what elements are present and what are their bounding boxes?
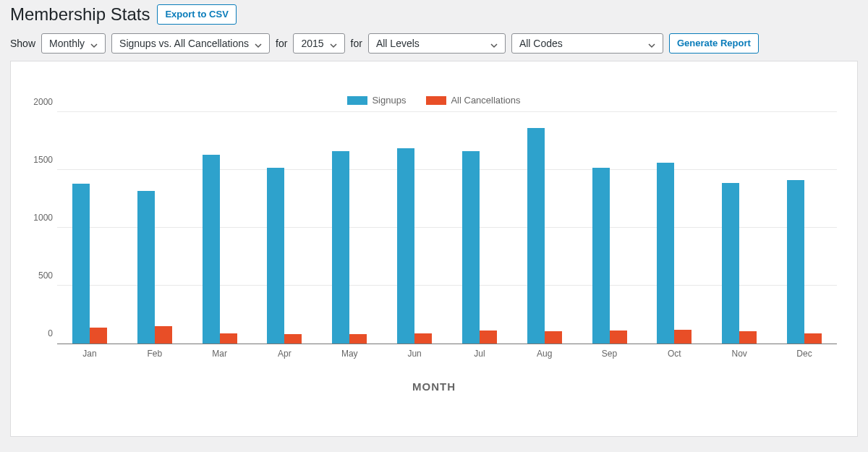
y-axis-tick: 2000: [21, 97, 53, 107]
chevron-down-icon: [90, 40, 98, 47]
x-axis-tick-label: Aug: [512, 344, 577, 359]
bar-signups: [397, 148, 414, 344]
bar-cancellations: [155, 326, 172, 344]
bar-cancellations: [220, 333, 237, 344]
chevron-down-icon: [490, 40, 498, 47]
x-axis-labels: JanFebMarAprMayJunJulAugSepOctNovDec: [57, 344, 837, 359]
month-column: [772, 113, 837, 344]
bar-signups: [787, 180, 804, 344]
codes-select[interactable]: All Codes: [511, 33, 663, 54]
month-column: [187, 113, 252, 344]
bar-cancellations: [674, 330, 692, 344]
bar-cancellations: [480, 331, 497, 344]
for-label: for: [276, 38, 287, 49]
month-column: [252, 113, 317, 344]
bar-signups: [527, 128, 545, 344]
month-column: [122, 113, 187, 344]
legend-label-signups: Signups: [372, 95, 406, 106]
legend-label-cancellations: All Cancellations: [451, 95, 520, 106]
legend-swatch-signups: [347, 96, 367, 105]
x-axis-tick-label: Mar: [187, 344, 252, 359]
month-column: [317, 113, 382, 344]
codes-select-value: All Codes: [519, 38, 563, 49]
period-select[interactable]: Monthly: [41, 33, 106, 54]
bars-container: [57, 113, 837, 344]
month-column: [642, 113, 707, 344]
chart-legend: Signups All Cancellations: [24, 95, 844, 106]
bar-cancellations: [349, 334, 367, 344]
bar-signups: [592, 168, 610, 344]
grid-line: [57, 111, 837, 112]
metric-select[interactable]: Signups vs. All Cancellations: [111, 33, 270, 54]
chart-plot-area: 0500100015002000: [57, 113, 837, 344]
period-select-value: Monthly: [49, 38, 85, 49]
x-axis-title: MONTH: [24, 380, 844, 393]
bar-signups: [72, 184, 90, 344]
export-csv-button[interactable]: Export to CSV: [157, 4, 236, 25]
month-column: [447, 113, 512, 344]
year-select[interactable]: 2015: [293, 33, 344, 54]
x-axis-tick-label: Apr: [252, 344, 317, 359]
chart-card: Signups All Cancellations 05001000150020…: [10, 61, 858, 437]
generate-report-button[interactable]: Generate Report: [669, 33, 759, 54]
bar-cancellations: [284, 334, 302, 344]
x-axis-tick-label: Jul: [447, 344, 512, 359]
metric-select-value: Signups vs. All Cancellations: [119, 38, 249, 49]
x-axis-tick-label: Jan: [57, 344, 122, 359]
show-label: Show: [10, 38, 35, 49]
month-column: [382, 113, 447, 344]
month-column: [57, 113, 122, 344]
chevron-down-icon: [255, 40, 262, 47]
bar-signups: [267, 168, 284, 344]
x-axis-tick-label: Oct: [642, 344, 707, 359]
bar-cancellations: [545, 331, 562, 344]
year-select-value: 2015: [301, 38, 323, 49]
page-title: Membership Stats: [10, 4, 150, 25]
bar-cancellations: [414, 333, 432, 344]
month-column: [707, 113, 772, 344]
bar-cancellations: [739, 331, 757, 344]
bar-cancellations: [804, 333, 822, 344]
x-axis-tick-label: May: [317, 344, 382, 359]
levels-select[interactable]: All Levels: [368, 33, 506, 54]
x-axis-tick-label: Sep: [577, 344, 642, 359]
levels-select-value: All Levels: [376, 38, 420, 49]
for-label: for: [351, 38, 362, 49]
x-axis-tick-label: Nov: [707, 344, 772, 359]
month-column: [577, 113, 642, 344]
bar-signups: [137, 191, 155, 344]
y-axis-tick: 500: [21, 270, 53, 281]
bar-signups: [462, 151, 480, 344]
bar-cancellations: [90, 328, 107, 344]
legend-item-signups: Signups: [347, 95, 406, 106]
filters-bar: Show Monthly Signups vs. All Cancellatio…: [10, 33, 858, 54]
bar-signups: [657, 163, 674, 344]
y-axis-tick: 1000: [21, 213, 53, 223]
month-column: [512, 113, 577, 344]
bar-signups: [332, 151, 349, 344]
bar-cancellations: [610, 331, 627, 344]
chevron-down-icon: [330, 40, 337, 47]
bar-signups: [722, 183, 739, 344]
x-axis-tick-label: Feb: [122, 344, 187, 359]
bar-signups: [203, 155, 220, 344]
legend-swatch-cancellations: [426, 96, 446, 105]
y-axis-tick: 0: [21, 328, 53, 338]
x-axis-tick-label: Jun: [382, 344, 447, 359]
legend-item-cancellations: All Cancellations: [426, 95, 520, 106]
x-axis-tick-label: Dec: [772, 344, 837, 359]
chevron-down-icon: [648, 40, 655, 47]
y-axis-tick: 1500: [21, 155, 53, 165]
